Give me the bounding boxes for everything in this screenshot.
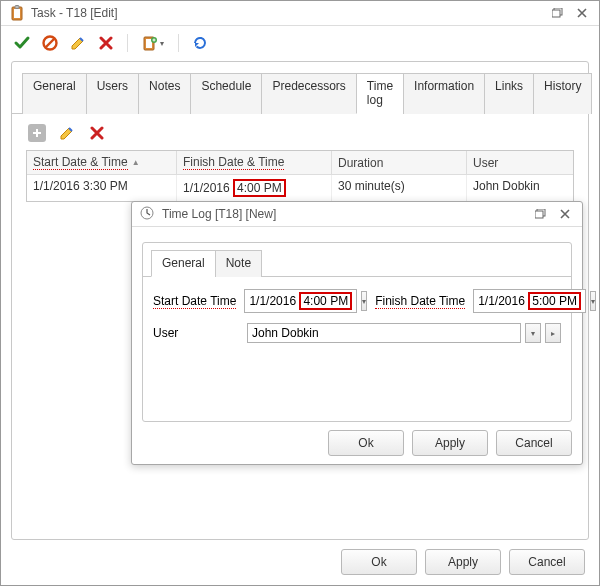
highlight-finish-time-modal: 5:00 PM — [528, 292, 581, 310]
delete-row-button[interactable] — [86, 122, 108, 144]
time-log-dialog: Time Log [T18] [New] General Note Start … — [131, 201, 583, 465]
tab-schedule[interactable]: Schedule — [190, 73, 262, 114]
toolbar-separator — [178, 34, 179, 52]
main-cancel-button[interactable]: Cancel — [509, 549, 585, 575]
row-user: User John Dobkin ▾ ▸ — [153, 323, 561, 343]
svg-rect-1 — [14, 9, 20, 18]
time-log-grid: Start Date & Time▲ Finish Date & Time Du… — [26, 150, 574, 202]
table-row[interactable]: 1/1/2016 3:30 PM 1/1/2016 4:00 PM 30 min… — [27, 175, 573, 201]
tab-information[interactable]: Information — [403, 73, 485, 114]
grid-header-row: Start Date & Time▲ Finish Date & Time Du… — [27, 151, 573, 175]
cell-start: 1/1/2016 3:30 PM — [27, 175, 177, 201]
start-date-input[interactable]: 1/1/2016 4:00 PM — [244, 289, 357, 313]
main-ok-button[interactable]: Ok — [341, 549, 417, 575]
tab-users[interactable]: Users — [86, 73, 139, 114]
grid-toolbar — [12, 114, 588, 150]
clock-icon — [140, 206, 156, 222]
main-toolbar: ▾ — [1, 26, 599, 60]
cell-user: John Dobkin — [467, 175, 573, 201]
delete-button[interactable] — [95, 32, 117, 54]
finish-date-label: Finish Date Time — [375, 294, 465, 309]
cell-finish: 1/1/2016 4:00 PM — [177, 175, 332, 201]
col-header-user[interactable]: User — [467, 151, 573, 174]
toolbar-separator — [127, 34, 128, 52]
window-titlebar: Task - T18 [Edit] — [1, 1, 599, 26]
window-close-button[interactable] — [573, 5, 591, 21]
user-arrow-button[interactable]: ▸ — [545, 323, 561, 343]
finish-date-dropdown[interactable]: ▾ — [590, 291, 596, 311]
col-header-start[interactable]: Start Date & Time▲ — [27, 151, 177, 174]
main-button-row: Ok Apply Cancel — [341, 549, 585, 575]
user-input[interactable]: John Dobkin — [247, 323, 521, 343]
start-date-dropdown[interactable]: ▾ — [361, 291, 367, 311]
svg-line-6 — [46, 39, 54, 47]
dialog-tab-note[interactable]: Note — [215, 250, 262, 277]
tab-bar: General Users Notes Schedule Predecessor… — [12, 62, 588, 114]
dialog-cancel-button[interactable]: Cancel — [496, 430, 572, 456]
start-date-label: Start Date Time — [153, 294, 236, 309]
dialog-tab-general[interactable]: General — [151, 250, 216, 277]
dialog-ok-button[interactable]: Ok — [328, 430, 404, 456]
dialog-close-button[interactable] — [556, 206, 574, 222]
svg-rect-4 — [552, 10, 560, 17]
tab-predecessors[interactable]: Predecessors — [261, 73, 356, 114]
main-apply-button[interactable]: Apply — [425, 549, 501, 575]
user-dropdown[interactable]: ▾ — [525, 323, 541, 343]
window-title: Task - T18 [Edit] — [31, 6, 543, 20]
cell-duration: 30 minute(s) — [332, 175, 467, 201]
window-restore-button[interactable] — [549, 5, 567, 21]
dialog-apply-button[interactable]: Apply — [412, 430, 488, 456]
user-label: User — [153, 326, 239, 340]
tab-links[interactable]: Links — [484, 73, 534, 114]
svg-rect-2 — [15, 6, 19, 9]
dialog-restore-button[interactable] — [532, 206, 550, 222]
tab-notes[interactable]: Notes — [138, 73, 191, 114]
col-header-finish[interactable]: Finish Date & Time — [177, 151, 332, 174]
refresh-button[interactable] — [189, 32, 211, 54]
dialog-form: Start Date Time 1/1/2016 4:00 PM ▾ Finis… — [143, 277, 571, 365]
col-header-duration[interactable]: Duration — [332, 151, 467, 174]
edit-button[interactable] — [67, 32, 89, 54]
row-start-date: Start Date Time 1/1/2016 4:00 PM ▾ Finis… — [153, 289, 561, 313]
finish-date-input[interactable]: 1/1/2016 5:00 PM — [473, 289, 586, 313]
dialog-panel: General Note Start Date Time 1/1/2016 4:… — [142, 242, 572, 422]
tab-time-log[interactable]: Time log — [356, 73, 404, 114]
dialog-title: Time Log [T18] [New] — [162, 207, 526, 221]
dialog-titlebar: Time Log [T18] [New] — [132, 202, 582, 227]
highlight-start-time: 4:00 PM — [299, 292, 352, 310]
svg-rect-12 — [535, 211, 543, 218]
dialog-tab-bar: General Note — [143, 243, 571, 277]
tab-history[interactable]: History — [533, 73, 592, 114]
highlight-finish-time: 4:00 PM — [233, 179, 286, 197]
edit-row-button[interactable] — [56, 122, 78, 144]
dialog-button-row: Ok Apply Cancel — [328, 430, 572, 456]
cancel-edit-button[interactable] — [39, 32, 61, 54]
clipboard-dropdown-button[interactable]: ▾ — [138, 32, 168, 54]
commit-button[interactable] — [11, 32, 33, 54]
tab-general[interactable]: General — [22, 73, 87, 114]
sort-asc-icon: ▲ — [132, 158, 140, 167]
clipboard-icon — [9, 5, 25, 21]
add-row-button[interactable] — [26, 122, 48, 144]
